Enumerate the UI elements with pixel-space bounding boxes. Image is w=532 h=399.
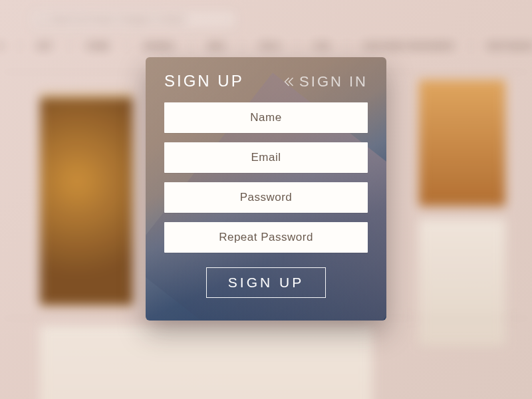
- password-field[interactable]: [164, 182, 368, 213]
- nav-item[interactable]: TECH: [253, 42, 285, 50]
- repeat-password-field[interactable]: [164, 222, 368, 253]
- tab-signup[interactable]: SIGN UP: [164, 72, 244, 90]
- nav-item[interactable]: HOME: [81, 42, 115, 50]
- search-placeholder-text: Search by Product, Designer or Brand: [50, 15, 185, 24]
- tab-signin[interactable]: SIGN IN: [284, 73, 368, 90]
- name-field[interactable]: [164, 102, 368, 133]
- nav-item[interactable]: FUN: [309, 42, 335, 50]
- nav-item[interactable]: WOMEN: [138, 42, 180, 50]
- signup-button[interactable]: SIGN UP: [206, 267, 326, 298]
- top-nav: S ART HOME WOMEN MEN TECH FUN FEATURED D…: [0, 40, 532, 52]
- signup-modal: SIGN UP SIGN IN SIGN UP: [146, 57, 386, 321]
- tab-signin-label: SIGN IN: [299, 73, 368, 90]
- auth-tabs: SIGN UP SIGN IN: [164, 72, 368, 90]
- email-field[interactable]: [164, 142, 368, 173]
- nav-item[interactable]: ART: [31, 42, 58, 50]
- nav-item[interactable]: MEN: [202, 42, 230, 50]
- nav-item[interactable]: S: [0, 42, 8, 50]
- search-icon: [38, 16, 45, 23]
- signup-fields: [164, 102, 368, 253]
- search-bar[interactable]: Search by Product, Designer or Brand: [31, 9, 237, 29]
- nav-item[interactable]: BOUTIQUES: [482, 42, 532, 50]
- nav-item[interactable]: FEATURED DESIGNERS: [358, 42, 460, 50]
- chevron-left-double-icon: [284, 77, 294, 86]
- tab-signup-label: SIGN UP: [164, 72, 244, 90]
